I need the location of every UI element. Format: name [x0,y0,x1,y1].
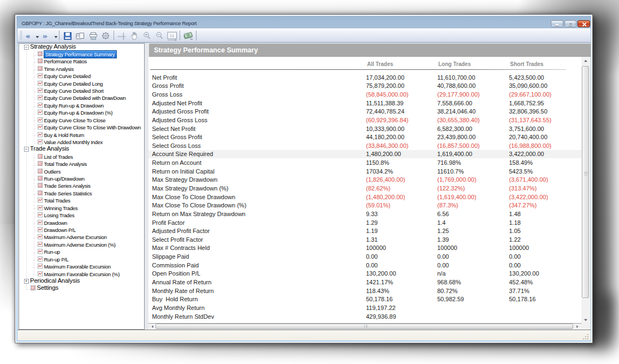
svg-text:11: 11 [170,33,175,38]
